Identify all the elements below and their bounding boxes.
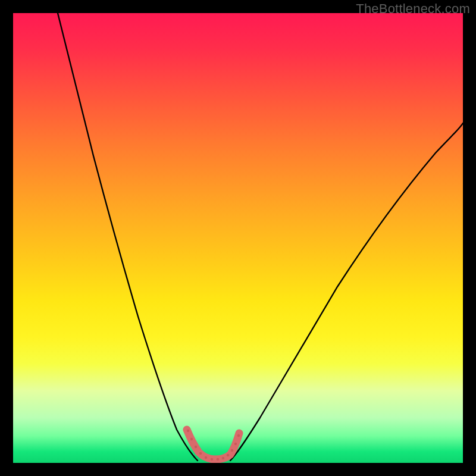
svg-point-11 <box>237 434 240 437</box>
svg-point-5 <box>211 458 213 461</box>
svg-point-1 <box>190 438 193 440</box>
svg-point-6 <box>217 458 219 461</box>
plot-area <box>13 13 463 463</box>
svg-point-10 <box>234 443 237 445</box>
curves-svg <box>13 13 463 463</box>
svg-point-7 <box>222 457 224 459</box>
svg-point-3 <box>199 452 202 455</box>
svg-point-2 <box>195 446 197 448</box>
svg-point-8 <box>227 454 229 456</box>
svg-point-0 <box>187 430 189 432</box>
outer-frame: TheBottleneck.com <box>0 0 476 476</box>
bottom-marker <box>187 430 239 459</box>
left-curve <box>58 13 198 461</box>
svg-point-9 <box>231 449 233 452</box>
right-curve <box>230 123 463 461</box>
svg-point-4 <box>205 456 207 459</box>
